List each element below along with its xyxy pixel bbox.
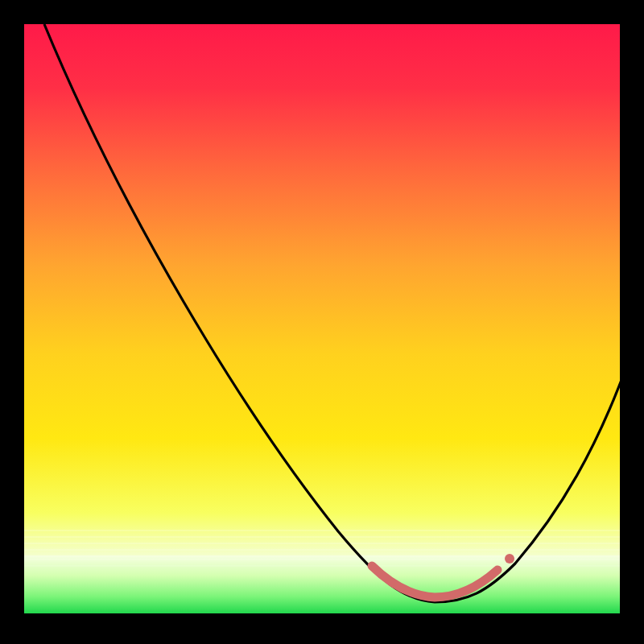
svg-rect-3 bbox=[24, 549, 620, 551]
svg-rect-4 bbox=[24, 559, 620, 560]
frame-top bbox=[0, 0, 644, 24]
svg-rect-1 bbox=[24, 536, 620, 538]
svg-rect-0 bbox=[24, 530, 620, 531]
frame-bottom bbox=[0, 613, 644, 644]
green-band bbox=[24, 555, 620, 613]
frame-left bbox=[0, 0, 24, 644]
chart-svg bbox=[0, 0, 644, 644]
frame-right bbox=[620, 0, 644, 644]
gradient-area bbox=[24, 24, 620, 555]
chart-frame: TheBottlenecker.com bbox=[0, 0, 644, 644]
highlight-dot bbox=[505, 554, 514, 564]
svg-rect-5 bbox=[24, 565, 620, 567]
